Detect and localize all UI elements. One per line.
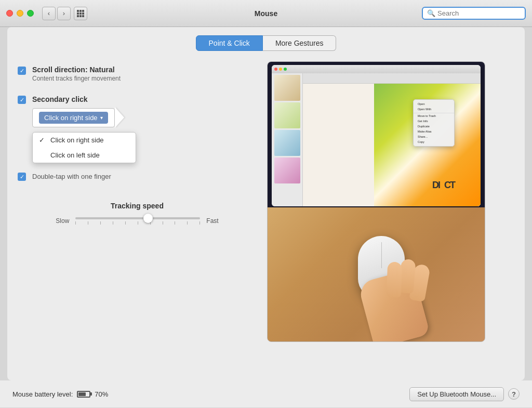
battery-percent: 70% (95, 390, 108, 398)
grid-icon (77, 10, 84, 17)
search-box[interactable]: 🔍 (422, 7, 526, 20)
search-icon: 🔍 (427, 9, 435, 17)
mouse-hand-visual (268, 207, 485, 342)
battery-fill (78, 392, 86, 396)
mouse-hand-preview (268, 207, 485, 342)
mac-menu-item-duplicate: Duplicate (414, 124, 454, 129)
setup-bluetooth-button[interactable]: Set Up Bluetooth Mouse... (409, 387, 504, 401)
secondary-click-section: ✓ Secondary click Click on right side ▾ (18, 95, 257, 128)
nav-buttons: ‹ › (42, 7, 71, 20)
battery-icon (77, 391, 90, 398)
search-input[interactable] (437, 9, 521, 17)
mac-window-content: DI CT Open Open With Move to Trash Get I… (272, 73, 481, 206)
dropdown-option-1-label: Click on right side (50, 136, 104, 144)
double-tap-checkbox[interactable]: ✓ (18, 173, 26, 181)
mac-menu-item-alias: Make Alias (414, 129, 454, 134)
secondary-click-dropdown[interactable]: Click on right side ▾ (39, 112, 108, 124)
slider-track[interactable] (75, 217, 200, 219)
tab-point-click[interactable]: Point & Click (196, 35, 263, 51)
tracking-speed-slider-container: Slow Fast (18, 217, 257, 225)
scroll-direction-text: Scroll direction: Natural Content tracks… (32, 65, 121, 82)
scroll-direction-sublabel: Content tracks finger movement (32, 75, 121, 82)
dropdown-option-left-side[interactable]: Click on left side (33, 148, 136, 163)
close-button[interactable] (6, 10, 13, 17)
main-content: Point & Click More Gestures ✓ Scroll dir… (7, 27, 525, 380)
mac-window: DI CT Open Open With Move to Trash Get I… (272, 65, 481, 206)
check-icon: ✓ (39, 136, 46, 144)
mac-menu-item-share: Share... (414, 134, 454, 139)
traffic-lights (6, 10, 34, 17)
bottom-bar: Mouse battery level: 70% Set Up Bluetoot… (0, 380, 532, 407)
mac-menu-item-info: Get Info (414, 119, 454, 124)
mac-close-dot (274, 68, 277, 71)
dropdown-menu: ✓ Click on right side Click on left side (32, 132, 136, 163)
mac-menu-item-copy: Copy (414, 139, 454, 144)
secondary-click-checkbox[interactable]: ✓ (18, 96, 26, 104)
dropdown-option-2-label: Click on left side (50, 151, 100, 159)
settings-area: ✓ Scroll direction: Natural Content trac… (18, 61, 514, 342)
mac-screenshot-preview: DI CT Open Open With Move to Trash Get I… (268, 62, 485, 207)
secondary-click-row: ✓ Secondary click (18, 95, 257, 104)
double-tap-row: ✓ Double-tap with one finger (18, 172, 257, 181)
app-grid-button[interactable] (74, 7, 87, 20)
scroll-direction-row: ✓ Scroll direction: Natural Content trac… (18, 61, 257, 86)
mac-overlay-text: DI CT (432, 180, 455, 191)
bottom-right-buttons: Set Up Bluetooth Mouse... ? (409, 387, 520, 401)
preview-panel: DI CT Open Open With Move to Trash Get I… (267, 61, 485, 342)
dropdown-option-right-side[interactable]: ✓ Click on right side (33, 133, 136, 148)
mac-sidebar (272, 73, 303, 206)
titlebar: ‹ › Mouse 🔍 (0, 0, 532, 27)
mac-minimize-dot (279, 68, 282, 71)
forward-button[interactable]: › (57, 7, 71, 20)
dropdown-arrow-icon: ▾ (100, 115, 103, 121)
mac-maximize-dot (284, 68, 287, 71)
slider-wrapper (75, 217, 200, 225)
maximize-button[interactable] (27, 10, 34, 17)
double-tap-label: Double-tap with one finger (32, 173, 111, 180)
scroll-direction-label: Scroll direction: Natural (32, 65, 121, 74)
dropdown-value: Click on right side (44, 114, 98, 122)
fast-label: Fast (206, 217, 218, 225)
tracking-speed-title: Tracking speed (18, 202, 257, 210)
slider-thumb[interactable] (143, 214, 153, 223)
battery-body (77, 391, 90, 398)
mac-context-menu: Open Open With Move to Trash Get Info Du… (413, 99, 455, 147)
battery-label: Mouse battery level: (12, 390, 73, 398)
window-title: Mouse (255, 9, 277, 18)
secondary-click-label: Secondary click (32, 95, 88, 103)
mac-menu-item-trash: Move to Trash (414, 113, 454, 119)
preview-area: DI CT Open Open With Move to Trash Get I… (267, 61, 485, 342)
settings-left-panel: ✓ Scroll direction: Natural Content trac… (18, 61, 257, 342)
slider-ticks (75, 221, 200, 225)
tracking-speed-section: Tracking speed Slow Fa (18, 202, 257, 225)
help-button[interactable]: ? (508, 388, 520, 400)
tab-more-gestures[interactable]: More Gestures (263, 35, 337, 51)
mac-menu-item-openwith: Open With (414, 107, 454, 112)
scroll-direction-checkbox[interactable]: ✓ (18, 67, 26, 75)
slow-label: Slow (56, 217, 69, 225)
minimize-button[interactable] (17, 10, 23, 17)
tab-bar: Point & Click More Gestures (18, 35, 514, 51)
mac-window-titlebar (272, 65, 481, 73)
mac-main-area: DI CT Open Open With Move to Trash Get I… (303, 73, 481, 206)
mac-menu-item-open: Open (414, 101, 454, 107)
back-button[interactable]: ‹ (42, 7, 56, 20)
battery-info: Mouse battery level: 70% (12, 390, 108, 398)
